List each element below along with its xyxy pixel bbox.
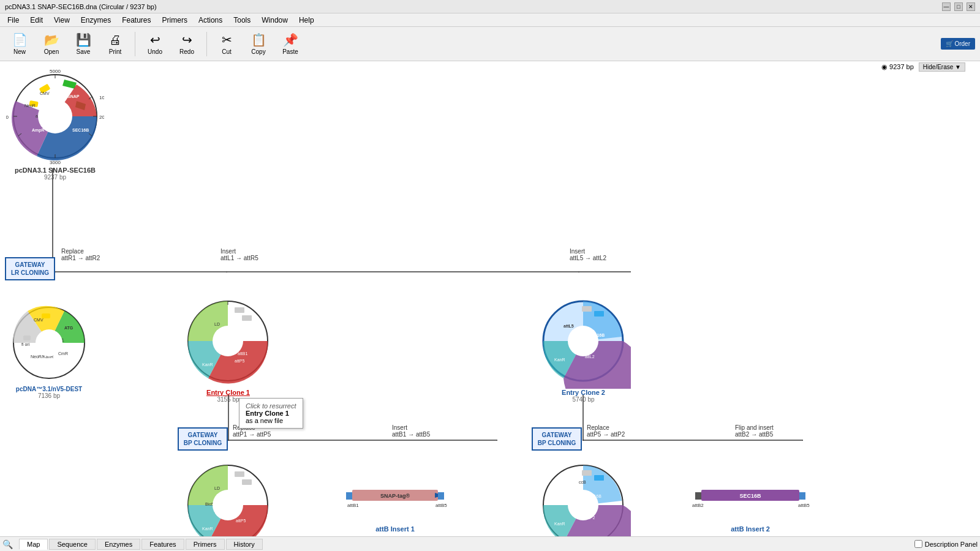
attb-insert-1-svg: SNAP-tag® attB1 attB5: [340, 484, 450, 520]
attb-insert-1-container: SNAP-tag® attB1 attB5 attB Insert 1: [340, 484, 450, 533]
description-panel-checkbox[interactable]: [914, 540, 922, 548]
attb-insert-1-name: attB Insert 1: [340, 525, 450, 533]
lr-replace-text: Replace: [61, 248, 100, 255]
new-label: New: [13, 48, 26, 55]
main-plasmid-bp: 9237 bp: [6, 174, 104, 181]
menu-tools[interactable]: Tools: [228, 15, 255, 26]
attb-insert-2-svg: SEC16B attB2 attB5: [689, 484, 812, 520]
paste-label: Paste: [282, 48, 298, 55]
lr-replace-label: Replace attR1 → attR2: [61, 248, 100, 261]
tab-primers[interactable]: Primers: [186, 539, 225, 550]
dest-vector-name[interactable]: pcDNA™3.1/nV5-DEST: [6, 386, 92, 392]
gateway-bp2-line2: BP CLONING: [537, 439, 577, 447]
svg-rect-30: [23, 335, 31, 340]
lr-insert1-label: Insert attL1 → attR5: [221, 248, 258, 261]
svg-rect-66: [235, 471, 244, 477]
main-plasmid-svg[interactable]: 5000 1000 2000 3000 4000 SNAP SEC16B Amp…: [6, 67, 104, 165]
menu-file[interactable]: File: [2, 15, 24, 26]
gateway-bp1-box: GATEWAY BP CLONING: [178, 427, 228, 451]
menu-view[interactable]: View: [49, 15, 75, 26]
tab-features[interactable]: Features: [141, 539, 184, 550]
tab-history[interactable]: History: [226, 539, 263, 550]
bp1-insert-att: attB1 → attB5: [392, 431, 430, 438]
gateway-bp2-box: GATEWAY BP CLONING: [532, 427, 582, 451]
svg-text:CmR: CmR: [557, 500, 567, 504]
svg-point-38: [36, 329, 62, 356]
undo-label: Undo: [148, 48, 162, 55]
paste-button[interactable]: 📌 Paste: [276, 29, 305, 59]
entry-clone-1-bottom-svg[interactable]: SNAP KanR LD attP5 attP1 Bio5: [181, 458, 276, 536]
order-button[interactable]: 🛒 Order: [941, 38, 975, 50]
attb-insert-2-container: SEC16B attB2 attB5 attB Insert 2: [689, 484, 812, 533]
undo-icon: ↩: [150, 32, 160, 47]
entry-clone-1-container: SNAP KanR LD attB1 attP5 Entry Clone 1 3…: [181, 294, 276, 403]
redo-button[interactable]: ↪ Redo: [172, 29, 202, 59]
new-button[interactable]: 📄 New: [5, 29, 34, 59]
svg-text:SEC16B: SEC16B: [72, 128, 89, 132]
dest-vector-svg[interactable]: ATG CMV fi ori NeoR/KanR CmR attR1 attR2: [6, 300, 92, 386]
entry-clone-2-svg[interactable]: attL5 SEC16B KanR attL2: [536, 294, 631, 389]
save-button[interactable]: 💾 Save: [69, 29, 98, 59]
close-button[interactable]: ✕: [967, 2, 975, 11]
redo-icon: ↪: [182, 32, 192, 47]
svg-rect-41: [235, 307, 244, 313]
svg-text:attB1: attB1: [347, 503, 359, 508]
ec1-line-down: [228, 395, 229, 441]
svg-text:attP5: attP5: [235, 359, 244, 363]
entry-clone-1-svg[interactable]: SNAP KanR LD attB1 attP5: [181, 294, 276, 389]
svg-rect-97: [695, 492, 701, 500]
print-button[interactable]: 🖨 Print: [100, 29, 130, 59]
svg-text:CMV: CMV: [34, 318, 43, 322]
svg-text:KanR: KanR: [202, 362, 213, 367]
toolbar-right: 🛒 Order: [941, 38, 975, 50]
svg-text:attB5: attB5: [435, 503, 447, 508]
svg-text:2000: 2000: [99, 114, 104, 120]
toolbar-separator-2: [206, 32, 207, 56]
menu-help[interactable]: Help: [294, 15, 319, 26]
maximize-button[interactable]: □: [954, 2, 963, 11]
bp2-replace-att: attP5 → attP2: [587, 431, 625, 438]
svg-point-74: [213, 490, 243, 520]
main-line-down: [52, 168, 53, 266]
svg-rect-54: [582, 306, 592, 312]
minimize-button[interactable]: —: [942, 2, 951, 11]
bp2-replace-text: Replace: [587, 424, 625, 431]
menu-enzymes[interactable]: Enzymes: [76, 15, 116, 26]
bp1-replace-att: attP1 → attP5: [233, 431, 271, 438]
toolbar: 📄 New 📂 Open 💾 Save 🖨 Print ↩ Undo ↪ Red…: [0, 27, 980, 61]
svg-rect-89: [594, 475, 604, 481]
svg-text:SNAP-tag®: SNAP-tag®: [380, 493, 410, 499]
entry-clone-2-bottom-svg[interactable]: SEC16B KanR attP2 attP5 ccB CmR: [536, 458, 631, 536]
tab-enzymes[interactable]: Enzymes: [97, 539, 140, 550]
dest-vector-bp: 7136 bp: [6, 392, 92, 399]
tooltip-entry-name: Entry Clone 1: [246, 410, 296, 417]
bp1-insert-label: Insert attB1 → attB5: [392, 424, 430, 438]
ec2-line-down: [582, 395, 584, 441]
menu-edit[interactable]: Edit: [25, 15, 48, 26]
copy-icon: 📋: [251, 32, 266, 47]
tab-map[interactable]: Map: [19, 539, 48, 550]
svg-text:attP5: attP5: [562, 492, 571, 497]
gateway-bp2-line1: GATEWAY: [537, 431, 577, 439]
menu-actions[interactable]: Actions: [194, 15, 227, 26]
entry-clone-2-bottom-container: SEC16B KanR attP2 attP5 ccB CmR: [536, 458, 631, 536]
menu-primers[interactable]: Primers: [157, 15, 192, 26]
menu-window[interactable]: Window: [257, 15, 293, 26]
svg-text:attL5: attL5: [564, 324, 574, 328]
undo-button[interactable]: ↩ Undo: [140, 29, 170, 59]
tab-sequence[interactable]: Sequence: [49, 539, 96, 550]
menu-bar: File Edit View Enzymes Features Primers …: [0, 13, 980, 27]
bp1-replace-text: Replace: [233, 424, 271, 431]
menu-features[interactable]: Features: [117, 15, 156, 26]
svg-text:attB2: attB2: [692, 503, 704, 508]
open-button[interactable]: 📂 Open: [37, 29, 66, 59]
print-icon: 🖨: [109, 33, 121, 47]
search-icon[interactable]: 🔍: [2, 539, 13, 549]
copy-button[interactable]: 📋 Copy: [244, 29, 273, 59]
cut-button[interactable]: ✂ Cut: [212, 29, 241, 59]
main-plasmid-name: pcDNA3.1 SNAP-SEC16B: [6, 167, 104, 174]
save-icon: 💾: [76, 32, 91, 47]
hide-erase-button[interactable]: Hide/Erase ▼: [919, 62, 965, 72]
svg-rect-79: [346, 492, 352, 500]
svg-text:AmpR: AmpR: [32, 128, 45, 133]
